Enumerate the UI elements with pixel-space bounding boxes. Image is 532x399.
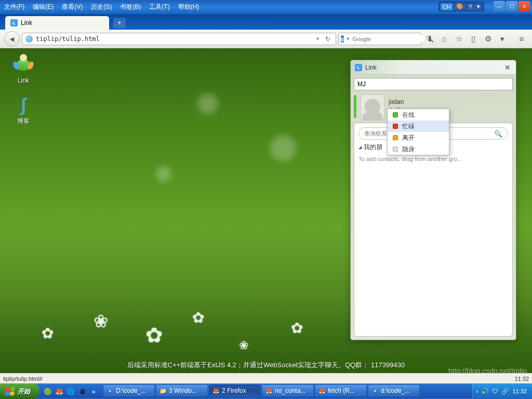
browser-tab[interactable]: L Link: [5, 16, 109, 30]
nickname-input[interactable]: [354, 78, 513, 90]
taskbar-clock[interactable]: 11:32: [512, 388, 527, 394]
url-dropdown-icon[interactable]: ▼: [315, 36, 320, 42]
status-busy[interactable]: 忙碌: [388, 121, 449, 132]
ime-drop-icon[interactable]: ▾: [475, 3, 482, 10]
menu-bookmarks[interactable]: 书签(B): [116, 1, 145, 14]
ql-msn-icon[interactable]: 🟢: [43, 386, 53, 396]
library-button[interactable]: ▯: [467, 33, 480, 45]
ql-firefox-icon[interactable]: 🦊: [54, 386, 64, 396]
task-nocontact[interactable]: 🦊no_conta...: [262, 384, 314, 397]
menubar: 文件(F) 编辑(E) 查看(V) 历史(S) 书签(B) 工具(T) 帮助(H…: [0, 0, 532, 14]
presence-indicator: [354, 95, 356, 118]
messenger-icon: [13, 55, 34, 75]
search-icon[interactable]: 🔍: [494, 130, 502, 138]
tray-net-icon[interactable]: 🔗: [501, 388, 509, 395]
desktop-blog-icon[interactable]: ∫ 博客: [5, 95, 42, 126]
desktop-blog-label: 博客: [17, 117, 30, 126]
chat-window: L Link ✕ jodan 在线▼ 🔍 ◢ 我的朋 To add: [350, 60, 516, 340]
folder-icon: 📁: [159, 387, 167, 394]
search-input[interactable]: [352, 36, 424, 42]
ime-bar[interactable]: CH 🎨 ? ▾: [438, 2, 484, 11]
triangle-down-icon: ◢: [358, 145, 362, 150]
reload-button[interactable]: ↻: [323, 35, 332, 43]
tab-title: Link: [21, 19, 32, 26]
task-fetch[interactable]: 🦊fetch (R...: [315, 384, 367, 397]
new-tab-button[interactable]: +: [113, 18, 126, 28]
task-cmd1[interactable]: ▪D:\code_...: [103, 384, 155, 397]
firefox-icon: 🦊: [318, 387, 326, 394]
taskbar: 开始 🟢 🦊 🌐 🖥 » ▪D:\code_... 📁3 Windo... 🦊2…: [0, 383, 532, 399]
status-dot-green-icon: [393, 112, 398, 117]
status-right: 11:32: [514, 376, 529, 382]
ql-more-icon[interactable]: »: [88, 386, 99, 396]
start-button[interactable]: 开始: [0, 383, 39, 399]
task-firefox[interactable]: 🦊2 Firefox: [209, 384, 261, 397]
task-explorer[interactable]: 📁3 Windo...: [156, 384, 208, 397]
window-maximize-button[interactable]: ☐: [506, 1, 517, 11]
ime-lang[interactable]: CH: [441, 3, 453, 10]
desktop-link-icon[interactable]: Link: [5, 55, 42, 84]
status-dot-red-icon: [393, 124, 398, 129]
status-dot-gray-icon: [393, 147, 398, 152]
systray: ‹ 🔊 🛡 🔗 11:32: [472, 383, 532, 399]
tray-hide-icon[interactable]: ‹: [476, 388, 478, 395]
menu-view[interactable]: 查看(V): [58, 1, 87, 14]
tab-favicon-icon: L: [10, 19, 18, 26]
ql-desktop-icon[interactable]: 🖥: [77, 386, 87, 396]
tab-strip: L Link +: [0, 14, 532, 30]
back-button[interactable]: ◄: [4, 31, 20, 47]
tray-shield-icon[interactable]: 🛡: [492, 388, 498, 395]
globe-icon: [25, 35, 33, 43]
avatar[interactable]: [361, 95, 384, 118]
task-cmd2[interactable]: ▪d:\code_...: [368, 384, 420, 397]
chat-window-titlebar[interactable]: L Link ✕: [351, 60, 516, 75]
chat-window-title: Link: [365, 64, 500, 71]
status-menu: 在线 忙碌 离开 隐身: [387, 109, 449, 155]
search-drop-icon[interactable]: ▼: [346, 36, 351, 42]
hamburger-menu-button[interactable]: ≡: [515, 33, 528, 45]
desktop-icons: Link ∫ 博客: [5, 55, 42, 136]
menu-edit[interactable]: 编辑(E): [29, 1, 58, 14]
ql-ie-icon[interactable]: 🌐: [65, 386, 76, 396]
ime-tool-icon[interactable]: 🎨: [454, 3, 466, 10]
firefox-icon: 🦊: [265, 387, 273, 394]
bookmark-star-button[interactable]: ☆: [453, 33, 465, 45]
quicklaunch: 🟢 🦊 🌐 🖥 »: [39, 383, 102, 399]
google-icon: g: [341, 35, 344, 43]
addon-button[interactable]: ⚙: [482, 33, 494, 45]
desktop-link-label: Link: [18, 77, 29, 84]
windows-logo-icon: [5, 387, 15, 395]
window-minimize-button[interactable]: —: [494, 1, 505, 11]
url-input[interactable]: [36, 35, 312, 43]
ime-help-icon[interactable]: ?: [467, 3, 474, 10]
menu-history[interactable]: 历史(S): [87, 1, 116, 14]
tray-volume-icon[interactable]: 🔊: [481, 388, 489, 395]
chat-window-icon: L: [355, 64, 362, 71]
status-left: tiplip/tulip.html#: [3, 376, 43, 382]
navbar: ◄ ▼ ↻ g ▼ 🔍 ⬇ ⌂ ☆ ▯ ⚙ ▾ ≡: [0, 30, 532, 48]
blog-icon: ∫: [13, 95, 34, 115]
addon2-button[interactable]: ▾: [496, 33, 509, 45]
status-away[interactable]: 离开: [388, 132, 449, 143]
chat-window-close-button[interactable]: ✕: [503, 63, 512, 72]
empty-hint: To add contacts, drag from another gro..…: [358, 155, 508, 163]
task-buttons: ▪D:\code_... 📁3 Windo... 🦊2 Firefox 🦊no_…: [102, 384, 472, 398]
status-online[interactable]: 在线: [388, 109, 449, 121]
status-dot-orange-icon: [393, 135, 398, 140]
menu-file[interactable]: 文件(F): [0, 1, 29, 14]
window-close-button[interactable]: ✕: [518, 1, 530, 11]
search-bar[interactable]: g ▼ 🔍: [338, 33, 421, 45]
cmd-icon: ▪: [107, 387, 114, 394]
status-bar: tiplip/tulip.html# 11:32: [0, 373, 532, 383]
downloads-button[interactable]: ⬇: [423, 33, 436, 45]
menu-tools[interactable]: 工具(T): [145, 1, 174, 14]
cmd-icon: ▪: [371, 387, 379, 394]
home-button[interactable]: ⌂: [438, 33, 450, 45]
status-invisible[interactable]: 隐身: [388, 143, 449, 155]
menu-help[interactable]: 帮助(H): [174, 1, 204, 14]
group-label: 我的朋: [364, 143, 382, 152]
firefox-icon: 🦊: [212, 387, 220, 394]
url-bar[interactable]: ▼ ↻: [22, 33, 336, 45]
profile-name: jodan: [389, 98, 407, 105]
